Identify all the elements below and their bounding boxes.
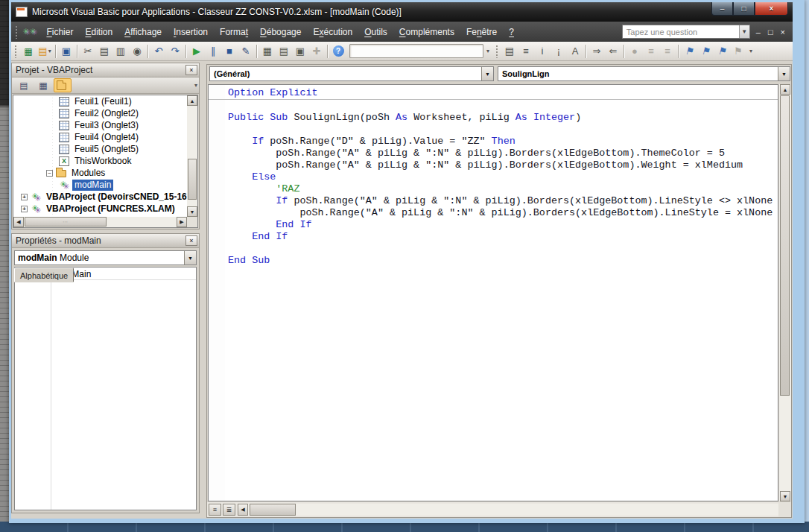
object-browser-button[interactable]: ▣: [292, 44, 308, 59]
paste-button[interactable]: ▥: [112, 44, 129, 59]
project-close-icon[interactable]: ×: [185, 65, 197, 75]
chevron-down-icon[interactable]: ▼: [481, 67, 493, 80]
menu-edition[interactable]: Edition: [79, 23, 118, 41]
plus-expander-icon[interactable]: +: [21, 206, 28, 212]
outdent-button[interactable]: ⇐: [605, 44, 621, 59]
edit-toolbar-grip[interactable]: [495, 45, 499, 58]
quick-info-button[interactable]: i: [534, 44, 551, 59]
redo-button[interactable]: ↷: [167, 44, 183, 59]
menu-complements[interactable]: Compléments: [393, 23, 460, 41]
code-line[interactable]: If poSh.Range("A" & piLig & ":N" & piLig…: [228, 195, 778, 207]
chevron-down-icon[interactable]: ▼: [184, 251, 196, 265]
tree-item-modmain[interactable]: modMain: [13, 179, 187, 191]
code-line[interactable]: poSh.Range("A" & piLig & ":N" & piLig).B…: [228, 148, 778, 159]
mdi-close-button[interactable]: ×: [781, 28, 785, 37]
list-properties-methods-button[interactable]: ▤: [501, 44, 518, 59]
tree-item-feuil5-onglet5[interactable]: Feuil5 (Onglet5): [13, 143, 187, 155]
object-selector-combobox[interactable]: modMain Module ▼: [14, 250, 197, 265]
toolbox-button[interactable]: ✚: [308, 44, 325, 59]
menu-affichage[interactable]: Affichage: [118, 23, 168, 41]
project-panel-header[interactable]: Projet - VBAProject ×: [12, 63, 199, 77]
scroll-down-icon[interactable]: ▼: [187, 206, 197, 217]
properties-window-button[interactable]: ▤: [276, 44, 292, 59]
tree-item-vbaproject-funcres-xlam[interactable]: +VBAProject (FUNCRES.XLAM): [13, 203, 187, 215]
copy-button[interactable]: ▤: [96, 44, 112, 59]
restore-button[interactable]: □: [733, 2, 755, 16]
run-sub-button[interactable]: ▶: [188, 44, 205, 59]
toggle-bookmark-button[interactable]: ⚑: [681, 44, 697, 59]
code-margin-bar[interactable]: [209, 85, 225, 501]
tree-item-feuil3-onglet3[interactable]: Feuil3 (Onglet3): [13, 119, 187, 131]
menu-fichier[interactable]: Fichier: [40, 23, 79, 41]
scroll-left-icon[interactable]: ◀: [13, 217, 24, 227]
menu-help[interactable]: ?: [503, 23, 520, 41]
question-combobox[interactable]: Tapez une question ▼: [622, 25, 750, 39]
code-line[interactable]: 'RAZ: [228, 183, 778, 195]
close-button[interactable]: ×: [755, 2, 788, 16]
toggle-breakpoint-button[interactable]: ●: [626, 44, 643, 59]
tree-item-feuil2-onglet2[interactable]: Feuil2 (Onglet2): [13, 107, 187, 119]
view-microsoft-excel-button[interactable]: ▦: [20, 44, 37, 59]
edit-toolbar-options-icon[interactable]: ▾: [749, 48, 752, 54]
code-line[interactable]: [228, 243, 778, 255]
code-line[interactable]: Option Explicit: [209, 87, 778, 100]
menu-insertion[interactable]: Insertion: [168, 23, 214, 41]
cut-button[interactable]: ✂: [80, 44, 96, 59]
properties-panel-header[interactable]: Propriétés - modMain ×: [12, 234, 199, 248]
insert-userform-button[interactable]: ▤▾: [37, 44, 53, 59]
undo-button[interactable]: ↶: [150, 44, 167, 59]
previous-bookmark-button[interactable]: ⚑: [714, 44, 730, 59]
scrollbar-thumb[interactable]: [780, 95, 790, 396]
list-constants-button[interactable]: ≡: [518, 44, 534, 59]
menu-debogage[interactable]: Débogage: [254, 23, 307, 41]
menu-format[interactable]: Format: [214, 23, 254, 41]
mdi-restore-button[interactable]: □: [768, 28, 773, 37]
break-button[interactable]: ∥: [205, 44, 221, 59]
view-code-button[interactable]: ▤: [15, 78, 33, 92]
code-line[interactable]: If poSh.Range("D" & piLig).Value = "ZZ" …: [228, 136, 778, 148]
reset-button[interactable]: ■: [221, 44, 238, 59]
tab-alphabetic[interactable]: Alphabétique: [14, 267, 74, 282]
code-line[interactable]: Public Sub SoulignLign(poSh As Worksheet…: [228, 112, 778, 124]
toggle-folders-button[interactable]: [54, 78, 72, 92]
code-line[interactable]: End If: [228, 231, 778, 243]
code-line[interactable]: Else: [228, 171, 778, 183]
tree-item-feuil1-feuil1[interactable]: Feuil1 (Feuil1): [13, 95, 187, 107]
procedure-view-button[interactable]: ≡: [209, 504, 221, 516]
find-button[interactable]: ◉: [129, 44, 145, 59]
parameter-info-button[interactable]: ¡: [551, 44, 567, 59]
code-line[interactable]: poSh.Range("A" & piLig & ":N" & piLig).B…: [228, 159, 778, 171]
next-bookmark-button[interactable]: ⚑: [697, 44, 714, 59]
title-bar[interactable]: Microsoft Visual Basic pour Applications…: [11, 2, 793, 22]
chevron-down-icon[interactable]: ▼: [778, 67, 790, 80]
uncomment-block-button[interactable]: ≡: [659, 44, 676, 59]
help-button[interactable]: ?: [330, 44, 346, 59]
code-line[interactable]: End If: [228, 219, 778, 231]
project-tree-horizontal-scrollbar[interactable]: ◀ ⋯ ▶: [13, 217, 187, 227]
tree-item-modules[interactable]: −Modules: [13, 167, 187, 179]
scroll-right-icon[interactable]: ▶: [177, 217, 187, 227]
full-module-view-button[interactable]: ≣: [223, 504, 235, 516]
scroll-up-icon[interactable]: ▲: [780, 84, 790, 95]
scroll-up-icon[interactable]: ▲: [187, 95, 197, 106]
tree-item-vbaproject-devoirscned-15-16-xl[interactable]: +VBAProject (DevoirsCNED_15-16.xl: [13, 191, 187, 203]
standard-toolbar-grip[interactable]: [14, 45, 18, 58]
project-explorer-button[interactable]: ▦: [259, 44, 276, 59]
code-vertical-scrollbar[interactable]: ▲ ▼: [779, 84, 791, 501]
project-toolbar-options-icon[interactable]: ▾: [194, 82, 197, 89]
scrollbar-thumb[interactable]: ⋯: [25, 217, 107, 227]
toolbar-options-icon[interactable]: ▾: [486, 48, 489, 54]
dropdown-arrow-icon[interactable]: ▾: [48, 48, 51, 54]
clear-all-bookmarks-button[interactable]: ⚑: [730, 44, 746, 59]
scrollbar-thumb[interactable]: [250, 504, 296, 516]
minus-expander-icon[interactable]: −: [46, 170, 53, 177]
tree-item-feuil4-onglet4[interactable]: Feuil4 (Onglet4): [13, 131, 187, 143]
code-editor[interactable]: Option ExplicitPublic Sub SoulignLign(po…: [208, 84, 778, 501]
tree-item-thisworkbook[interactable]: ThisWorkbook: [13, 155, 187, 167]
minimize-button[interactable]: –: [711, 2, 733, 16]
menu-execution[interactable]: Exécution: [307, 23, 358, 41]
object-dropdown[interactable]: (Général) ▼: [209, 66, 494, 81]
code-line[interactable]: [228, 100, 778, 112]
scrollbar-thumb[interactable]: [188, 159, 197, 200]
code-horizontal-scrollbar[interactable]: ◀: [238, 504, 778, 516]
